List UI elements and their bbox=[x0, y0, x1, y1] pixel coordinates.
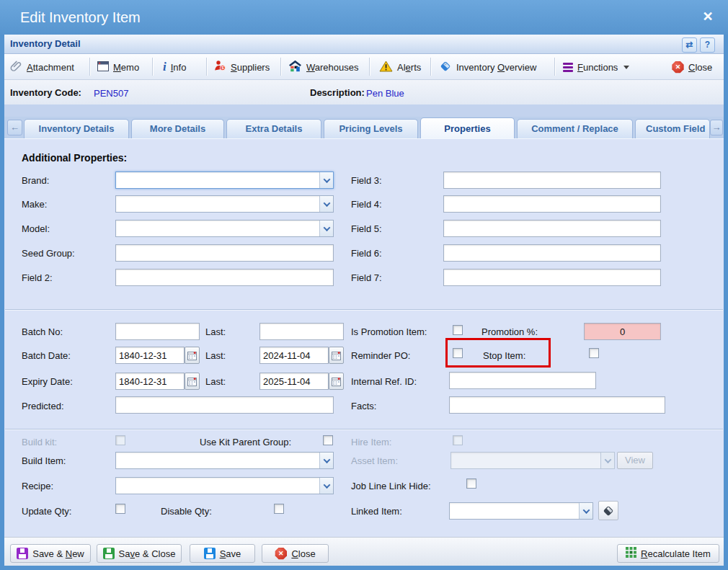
field5-label: Field 5: bbox=[351, 223, 382, 234]
linked-item-label: Linked Item: bbox=[351, 506, 402, 517]
update-qty-checkbox[interactable] bbox=[115, 504, 125, 514]
close-button[interactable]: ✕ Close bbox=[262, 544, 329, 563]
suppliers-button[interactable]: $ Suppliers bbox=[214, 59, 270, 75]
help-button[interactable]: ? bbox=[700, 37, 715, 53]
facts-label: Facts: bbox=[351, 401, 376, 411]
batch-date-input[interactable] bbox=[115, 347, 185, 364]
job-line-link-hide-checkbox[interactable] bbox=[466, 478, 476, 489]
tab-scroll-right-icon[interactable]: → bbox=[710, 120, 723, 135]
toolbar-separator bbox=[206, 58, 208, 76]
toolbar-close-label: Close bbox=[688, 62, 712, 73]
tab-inventory-details[interactable]: Inventory Details bbox=[24, 119, 129, 138]
alerts-label: Alerts bbox=[397, 62, 421, 73]
tab-properties[interactable]: Properties bbox=[420, 117, 515, 138]
section-divider bbox=[5, 309, 723, 311]
model-select[interactable] bbox=[115, 220, 334, 237]
warehouses-label: Warehouses bbox=[306, 62, 359, 73]
internal-ref-input[interactable] bbox=[449, 372, 596, 389]
attachment-label: Attachment bbox=[27, 62, 74, 73]
close-label: Close bbox=[291, 548, 315, 559]
tab-scroll-left-icon[interactable]: ← bbox=[7, 120, 22, 135]
make-label: Make: bbox=[22, 199, 47, 210]
description-label: Description: bbox=[310, 87, 365, 98]
make-select[interactable] bbox=[115, 195, 334, 213]
tab-extra-details[interactable]: Extra Details bbox=[226, 119, 321, 138]
info-icon: i bbox=[163, 62, 167, 72]
batch-date-calendar-button[interactable] bbox=[185, 347, 200, 364]
memo-icon bbox=[97, 61, 109, 74]
stop-item-checkbox[interactable] bbox=[589, 348, 599, 358]
warehouses-button[interactable]: Warehouses bbox=[288, 59, 359, 75]
brand-select[interactable] bbox=[115, 172, 334, 189]
field4-input[interactable] bbox=[443, 195, 661, 213]
is-promotion-label: Is Promotion Item: bbox=[351, 326, 427, 337]
predicted-input[interactable] bbox=[115, 396, 334, 414]
chevron-down-icon bbox=[600, 453, 614, 468]
seed-group-input[interactable] bbox=[115, 244, 334, 262]
is-promotion-checkbox[interactable] bbox=[453, 325, 463, 335]
batch-no-last-input[interactable] bbox=[259, 323, 344, 340]
field6-input[interactable] bbox=[443, 244, 661, 262]
use-kit-parent-label: Use Kit Parent Group: bbox=[200, 437, 291, 447]
promotion-pct-label: Promotion %: bbox=[481, 326, 538, 337]
promotion-pct-input[interactable] bbox=[584, 323, 661, 340]
functions-button[interactable]: Functions bbox=[563, 59, 629, 75]
build-item-select[interactable] bbox=[115, 452, 334, 469]
predicted-label: Predicted: bbox=[22, 401, 64, 411]
tab-more-details[interactable]: More Details bbox=[131, 119, 224, 138]
expiry-date-last-calendar-button[interactable] bbox=[329, 373, 344, 390]
chevron-down-icon bbox=[319, 221, 333, 236]
expiry-date-input[interactable] bbox=[115, 373, 185, 390]
facts-input[interactable] bbox=[449, 396, 665, 414]
inventory-code-value: PEN507 bbox=[94, 88, 128, 99]
warning-triangle-icon bbox=[379, 61, 393, 74]
field7-input[interactable] bbox=[443, 269, 661, 286]
expiry-date-calendar-button[interactable] bbox=[185, 373, 200, 390]
expiry-date-last-input[interactable] bbox=[259, 373, 329, 390]
save-button[interactable]: Save bbox=[190, 544, 255, 563]
batch-no-last-label: Last: bbox=[205, 326, 226, 337]
memo-button[interactable]: Memo bbox=[97, 59, 139, 75]
window-close-icon[interactable]: ✕ bbox=[696, 9, 719, 27]
chevron-down-icon bbox=[579, 503, 592, 519]
recalculate-item-button[interactable]: Recalculate Item bbox=[617, 544, 719, 563]
save-and-new-button[interactable]: Save & New bbox=[10, 544, 91, 563]
attachment-button[interactable]: Attachment bbox=[10, 59, 74, 75]
batch-date-last-calendar-button[interactable] bbox=[329, 347, 344, 364]
chevron-down-icon bbox=[623, 66, 629, 69]
info-button[interactable]: i Info bbox=[163, 59, 186, 75]
save-new-floppy-icon bbox=[17, 548, 28, 559]
field5-input[interactable] bbox=[443, 220, 661, 237]
disable-qty-checkbox[interactable] bbox=[274, 504, 284, 514]
recalculate-label: Recalculate Item bbox=[641, 548, 711, 559]
use-kit-parent-checkbox[interactable] bbox=[323, 435, 333, 445]
field2-input[interactable] bbox=[115, 269, 334, 286]
inventory-overview-button[interactable]: Inventory Overview bbox=[439, 59, 536, 75]
toolbar-close-button[interactable]: ✕ Close bbox=[672, 59, 712, 75]
linked-item-tag-button[interactable] bbox=[598, 501, 618, 520]
build-kit-checkbox bbox=[115, 435, 125, 445]
linked-item-select[interactable] bbox=[449, 502, 593, 520]
build-item-label: Build Item: bbox=[22, 455, 66, 466]
seed-group-label: Seed Group: bbox=[22, 248, 75, 259]
recipe-label: Recipe: bbox=[22, 481, 53, 491]
warehouse-icon bbox=[288, 60, 302, 74]
save-and-close-button[interactable]: Save & Close bbox=[97, 544, 182, 563]
alerts-button[interactable]: Alerts bbox=[379, 59, 421, 75]
tab-pricing-levels[interactable]: Pricing Levels bbox=[324, 119, 418, 138]
tab-comment-replace[interactable]: Comment / Replace bbox=[517, 119, 633, 138]
calendar-icon bbox=[187, 351, 197, 360]
batch-date-last-input[interactable] bbox=[259, 347, 329, 364]
field3-input[interactable] bbox=[443, 172, 661, 189]
reminder-po-label: Reminder PO: bbox=[351, 350, 410, 361]
batch-no-input[interactable] bbox=[115, 323, 200, 340]
info-label: Info bbox=[171, 62, 187, 73]
frame-right bbox=[724, 35, 728, 570]
hire-item-label: Hire Item: bbox=[351, 437, 391, 447]
refresh-button[interactable]: ⇄ bbox=[682, 37, 697, 53]
inventory-overview-label: Inventory Overview bbox=[456, 62, 536, 73]
recipe-select[interactable] bbox=[115, 477, 334, 494]
functions-label: Functions bbox=[577, 62, 618, 73]
close-octagon-icon: ✕ bbox=[275, 548, 287, 560]
tab-custom-fields[interactable]: Custom Field bbox=[635, 119, 710, 138]
